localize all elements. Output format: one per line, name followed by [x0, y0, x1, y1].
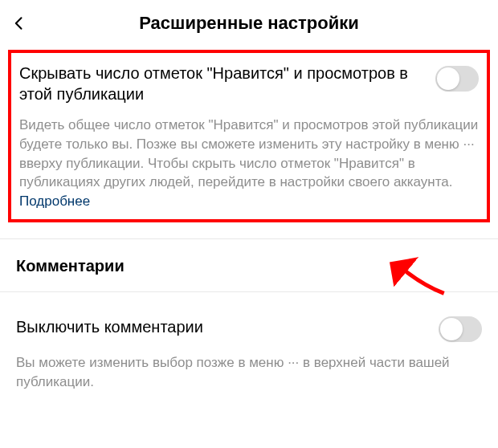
hide-likes-toggle[interactable]	[435, 66, 479, 92]
disable-comments-row: Выключить комментарии	[16, 313, 482, 342]
back-icon[interactable]	[11, 15, 27, 31]
disable-comments-setting: Выключить комментарии Вы можете изменить…	[0, 313, 498, 392]
learn-more-link[interactable]: Подробнее	[19, 193, 90, 209]
divider	[0, 238, 498, 239]
hide-likes-title: Скрывать число отметок "Нравится" и прос…	[19, 63, 426, 104]
header: Расширенные настройки	[0, 0, 498, 45]
disable-comments-description: Вы можете изменить выбор позже в меню ··…	[16, 353, 482, 392]
hide-likes-row: Скрывать число отметок "Нравится" и прос…	[19, 63, 479, 104]
divider	[0, 291, 498, 292]
toggle-knob	[440, 318, 463, 340]
comments-section-header: Комментарии	[16, 257, 482, 275]
disable-comments-title: Выключить комментарии	[16, 318, 203, 336]
hide-likes-description: Видеть общее число отметок "Нравится" и …	[19, 116, 479, 211]
disable-comments-toggle[interactable]	[439, 316, 482, 342]
comments-section: Комментарии	[0, 257, 498, 275]
toggle-knob	[437, 67, 459, 90]
highlight-annotation: Скрывать число отметок "Нравится" и прос…	[8, 50, 490, 222]
hide-likes-desc-text: Видеть общее число отметок "Нравится" и …	[19, 117, 478, 189]
page-title: Расширенные настройки	[27, 13, 471, 34]
